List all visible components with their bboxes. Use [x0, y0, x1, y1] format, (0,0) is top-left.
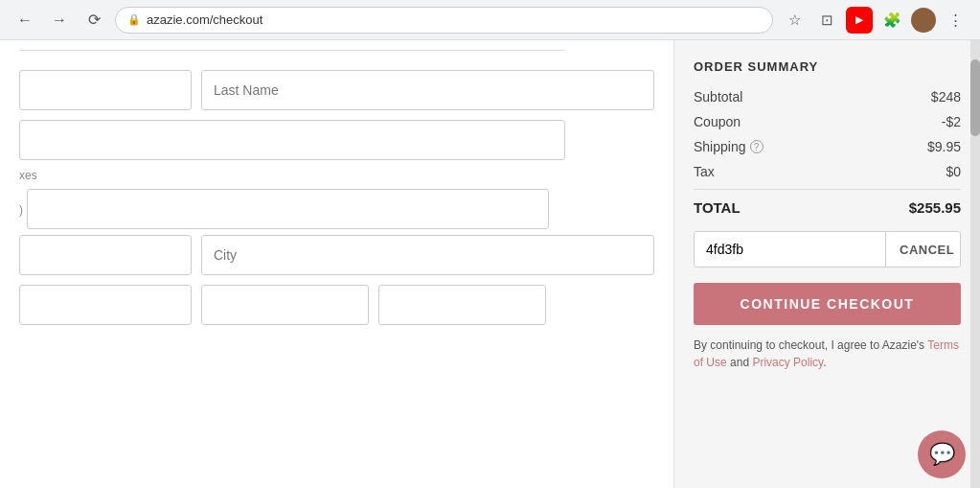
city-input[interactable] — [201, 235, 654, 275]
url-text: azazie.com/checkout — [147, 12, 262, 27]
coupon-label: Coupon — [694, 114, 741, 129]
subtotal-label: Subtotal — [694, 89, 742, 105]
bookmark-icon[interactable]: ☆ — [781, 7, 808, 34]
shipping-label: Shipping ? — [694, 139, 763, 154]
suffix-text: xes — [19, 169, 37, 182]
back-button[interactable]: ← — [11, 7, 38, 34]
chat-button[interactable]: 💬 — [918, 430, 966, 478]
lock-icon: 🔒 — [127, 13, 141, 26]
form-section-suffix: xes — [19, 166, 654, 183]
coupon-value: -$2 — [942, 114, 961, 129]
total-value: $255.95 — [909, 199, 961, 216]
scrollbar[interactable] — [970, 40, 980, 488]
page-content: xes ) ORDER SUMMARY Subtotal — [0, 40, 980, 488]
privacy-policy-link[interactable]: Privacy Policy — [752, 356, 823, 369]
profile-avatar[interactable] — [911, 8, 936, 33]
chat-icon: 💬 — [929, 442, 955, 467]
form-section-full — [19, 120, 654, 160]
order-summary-panel: ORDER SUMMARY Subtotal $248 Coupon -$2 S… — [673, 40, 980, 488]
terms-text: By continuing to checkout, I agree to Az… — [694, 337, 961, 371]
subtotal-value: $248 — [931, 89, 961, 105]
continue-checkout-button[interactable]: CONTINUE CHECKOUT — [694, 283, 961, 325]
menu-icon[interactable]: ⋮ — [942, 7, 969, 34]
cancel-button[interactable]: CANCEL — [885, 232, 961, 267]
form-section-city — [19, 235, 654, 275]
shipping-row: Shipping ? $9.95 — [694, 139, 961, 154]
browser-chrome: ← → ⟳ 🔒 azazie.com/checkout ☆ ⊡ ▶ 🧩 ⋮ — [0, 0, 980, 40]
zip-input[interactable] — [19, 285, 192, 325]
youtube-icon[interactable]: ▶ — [846, 7, 873, 34]
paren-text: ) — [19, 203, 23, 217]
phone-input[interactable] — [378, 285, 546, 325]
coupon-row: Coupon -$2 — [694, 114, 961, 129]
address-input[interactable] — [19, 120, 565, 160]
zip-row — [19, 285, 654, 325]
scrollbar-thumb[interactable] — [970, 59, 980, 136]
tax-value: $0 — [946, 164, 961, 179]
order-summary-title: ORDER SUMMARY — [694, 59, 961, 74]
extensions-icon[interactable]: 🧩 — [878, 7, 905, 34]
address-bar[interactable]: 🔒 azazie.com/checkout — [115, 7, 773, 34]
subtotal-row: Subtotal $248 — [694, 89, 961, 105]
top-divider — [19, 50, 565, 51]
state-input[interactable] — [19, 235, 192, 275]
coupon-code-input[interactable] — [695, 232, 885, 267]
media-icon[interactable]: ⊡ — [813, 7, 840, 34]
last-name-input[interactable] — [201, 70, 654, 110]
form-section-apt: ) — [19, 189, 654, 229]
form-section-zip — [19, 285, 654, 325]
country-input[interactable] — [201, 285, 369, 325]
summary-divider — [694, 189, 961, 190]
tax-label: Tax — [694, 164, 715, 179]
city-row — [19, 235, 654, 275]
shipping-value: $9.95 — [927, 139, 961, 154]
form-area: xes ) — [0, 40, 673, 488]
tax-row: Tax $0 — [694, 164, 961, 179]
coupon-input-row: CANCEL — [694, 231, 961, 267]
apt-input[interactable] — [27, 189, 549, 229]
browser-right-icons: ☆ ⊡ ▶ 🧩 ⋮ — [781, 7, 969, 34]
total-label: TOTAL — [694, 199, 741, 216]
reload-button[interactable]: ⟳ — [80, 7, 107, 34]
first-name-input[interactable] — [19, 70, 192, 110]
form-section-name — [19, 70, 654, 110]
total-row: TOTAL $255.95 — [694, 199, 961, 216]
shipping-help-icon[interactable]: ? — [750, 140, 763, 153]
forward-button[interactable]: → — [46, 7, 73, 34]
name-row — [19, 70, 654, 110]
